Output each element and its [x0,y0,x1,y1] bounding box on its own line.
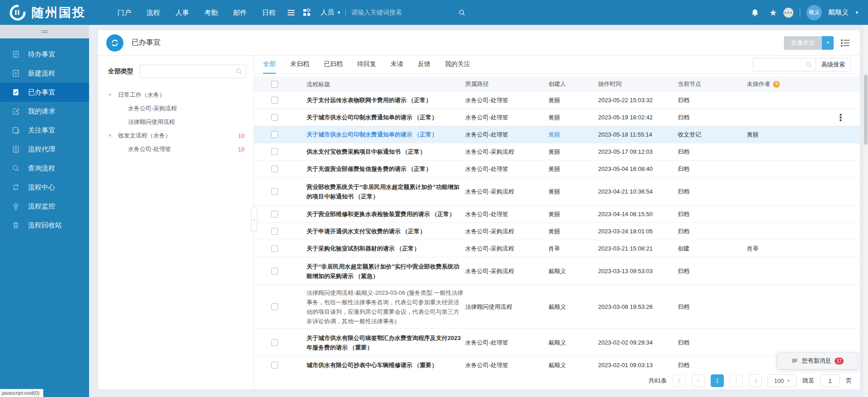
tab-5[interactable]: 反馈 [418,56,430,74]
row-checkbox[interactable] [271,245,278,252]
sidebar-item-follow[interactable]: 关注事宜 [0,121,89,140]
row-checkbox[interactable] [271,211,278,217]
table-row[interactable]: 城市供水有限公司抄表中心车辆维修请示 （重要）水务公司-处理签戴顺义2023-0… [254,357,860,372]
table-row[interactable]: 关于采购化验室试剂和器材的请示 （正常）水务公司-采购流程肖举2023-03-2… [254,240,860,257]
tab-3[interactable]: 待回复 [357,56,376,74]
row-title[interactable]: 关于“非居民用水超定额累计加价”实行中营业部收费系统功能增加的采购请示 （紧急） [295,262,464,281]
prev-page-button[interactable]: ‹ [692,374,705,387]
table-row[interactable]: 法律顾问使用流程-戴顺义-2023-03-06 (服务类型:一般性法律事务，包括… [254,285,860,329]
new-message-toast[interactable]: 您有新消息 17 [777,352,858,369]
row-checkbox[interactable] [271,303,278,310]
row-checkbox[interactable] [271,131,278,138]
more-options-icon[interactable]: ●●● [783,8,793,18]
topbar-menu-item[interactable]: 门户 [110,0,139,25]
tab-4[interactable]: 未读 [391,56,403,74]
sidebar-item-monitor[interactable]: 流程监控 [0,197,89,216]
star-favorites-icon[interactable]: ★ [769,8,777,17]
sidebar-collapse-toggle[interactable] [0,25,89,38]
row-title[interactable]: 关于充值营业部催费短信服务费的请示 （正常） [295,164,464,174]
row-checkbox[interactable] [271,97,278,104]
user-name[interactable]: 戴顺义 [828,8,849,17]
first-page-button[interactable]: |‹ [673,374,686,387]
tree-expand-caret-icon[interactable]: ▼ [108,93,118,97]
hamburger-menu-icon[interactable] [283,5,299,20]
table-row[interactable]: 关于充值营业部催费短信服务费的请示 （正常）水务公司-处理签黄丽2023-05-… [254,161,860,178]
tab-0[interactable]: 全部 [263,56,276,74]
scrollbar-track[interactable] [863,25,868,397]
row-title[interactable]: 法律顾问使用流程-戴顺义-2023-03-06 (服务类型:一般性法律事务，包括… [295,288,464,326]
topbar-menu-item[interactable]: 人事 [168,0,197,25]
sidebar-item-todo[interactable]: 待办事宜 [0,45,89,64]
row-title[interactable]: 关于申请开通供水支付宝收费的请示 （正常） [295,227,464,236]
select-all-checkbox[interactable] [271,81,278,88]
panel-collapse-handle[interactable]: ‹ [251,207,257,232]
tab-1[interactable]: 未归档 [290,56,309,74]
row-title[interactable]: 关于营业部维修和更换水表检验装置费用的请示 （正常） [295,209,464,219]
tree-node[interactable]: 水务公司-采购流程 [108,102,246,115]
sidebar-item-my-request[interactable]: 我的请求 [0,102,89,121]
avatar[interactable]: 顺义 [807,5,822,20]
row-title[interactable]: 关于城市供水有限公司续签鄂汇办水费查询程序及支付2023年服务费的请示 （重要） [295,333,464,352]
sidebar-item-proxy[interactable]: 流程代理 [0,140,89,159]
row-checkbox[interactable] [271,228,278,235]
bell-icon[interactable] [747,5,763,20]
row-more-menu-icon[interactable]: ••• [840,113,842,122]
tree-search-input[interactable] [140,65,246,78]
table-row[interactable]: 关于城市供水公司印制水费通知单的请示 （正常）水务公司-处理签黄丽2023-05… [254,109,860,126]
batch-follow-button[interactable]: 批量关注 ▼ [784,36,834,50]
apps-grid-icon[interactable] [299,5,314,20]
row-title[interactable]: 关于城市供水公司印制水费通知单的请示 （正常） [295,130,464,139]
table-row[interactable]: 关于申请开通供水支付宝收费的请示 （正常）水务公司-采购流程黄丽2023-03-… [254,223,860,240]
row-title[interactable]: 关于支付远传水表物联网卡费用的请示 （正常） [295,95,464,105]
page-button-current[interactable]: 1 [711,374,724,387]
table-row[interactable]: 供水支付宝收费采购项目中标通知书 （正常）水务公司-采购流程黄丽2023-05-… [254,143,860,161]
search-icon[interactable] [459,9,465,16]
table-row[interactable]: 关于“非居民用水超定额累计加价”实行中营业部收费系统功能增加的采购请示 （紧急）… [254,257,860,285]
row-title[interactable]: 供水支付宝收费采购项目中标通知书 （正常） [295,147,464,156]
sidebar-item-done[interactable]: 已办事宜 [0,83,89,102]
help-icon[interactable]: ? [773,81,780,88]
table-row[interactable]: 关于城市供水有限公司续签鄂汇办水费查询程序及支付2023年服务费的请示 （重要）… [254,329,860,357]
table-row[interactable]: 关于城市供水公司印制水费通知单的请示 （正常）水务公司-处理签黄丽2023-05… [254,126,860,143]
topbar-menu-item[interactable]: 流程 [139,0,168,25]
person-scope-dropdown[interactable]: 人员 ▼ [321,8,341,17]
row-title[interactable]: 关于城市供水公司印制水费通知单的请示 （正常） [295,113,464,122]
tab-2[interactable]: 已归档 [324,56,343,74]
page-size-select[interactable]: 100 ▼ [768,374,797,387]
row-title[interactable]: 城市供水有限公司抄表中心车辆维修请示 （重要） [295,360,464,370]
sidebar-item-recycle[interactable]: 流程回收站 [0,216,89,235]
row-checkbox[interactable] [271,362,278,369]
tab-6[interactable]: 我的关注 [445,56,470,74]
batch-follow-label[interactable]: 批量关注 [784,36,822,50]
table-search-input[interactable] [753,58,816,71]
row-title[interactable]: 营业部收费系统关于“非居民用水超定额累计加价”功能增加的项目中标通知书 （正常） [295,182,464,201]
table-row[interactable]: 营业部收费系统关于“非居民用水超定额累计加价”功能增加的项目中标通知书 （正常）… [254,178,860,206]
row-checkbox[interactable] [271,268,278,274]
row-checkbox[interactable] [271,339,278,346]
table-row[interactable]: 关于支付远传水表物联网卡费用的请示 （正常）水务公司-处理签黄丽2023-05-… [254,92,860,109]
row-checkbox[interactable] [271,148,278,155]
batch-follow-caret-icon[interactable]: ▼ [822,36,834,50]
next-page-button[interactable]: › [730,374,743,387]
topbar-menu-item[interactable]: 日程 [255,0,283,25]
jump-page-input[interactable] [820,374,840,387]
last-page-button[interactable]: ›| [749,374,762,387]
row-checkbox[interactable] [271,188,278,195]
sidebar-item-flow-center[interactable]: 流程中心 [0,178,89,197]
sidebar-item-search-flow[interactable]: 查询流程 [0,159,89,178]
tree-node[interactable]: ▼日常工作（水务） [108,88,246,102]
advanced-search-button[interactable]: 高级搜索 [816,58,851,71]
tree-node[interactable]: ▼收发文流程（水务）10 [108,129,246,142]
tree-node[interactable]: 水务公司-处理签10 [108,142,246,156]
tree-expand-caret-icon[interactable]: ▼ [108,133,118,138]
row-checkbox[interactable] [271,114,278,121]
topbar-search[interactable]: 请输入关键词搜索 [345,6,465,19]
table-row[interactable]: 关于营业部维修和更换水表检验装置费用的请示 （正常）水务公司-处理签黄丽2023… [254,206,860,223]
list-view-icon[interactable] [841,39,850,47]
sidebar-item-new-flow[interactable]: 新建流程 [0,64,89,83]
scrollbar-thumb[interactable] [864,75,868,145]
row-checkbox[interactable] [271,165,278,172]
user-chevron-down-icon[interactable]: ▼ [855,10,859,15]
tree-node[interactable]: 法律顾问使用流程 [108,115,246,129]
topbar-menu-item[interactable]: 考勤 [197,0,226,25]
